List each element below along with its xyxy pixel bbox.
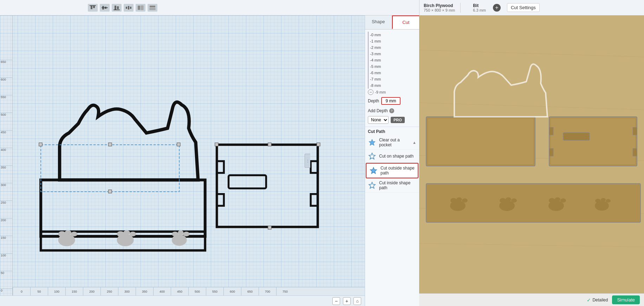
cat-shape <box>41 102 205 250</box>
checkmark-icon: ✓ <box>587 297 591 303</box>
svg-point-57 <box>500 198 506 203</box>
svg-point-66 <box>601 198 606 202</box>
cut-settings-button[interactable]: Cut Settings <box>507 3 540 12</box>
handle-tl[interactable] <box>39 143 42 146</box>
material-name: Birch Plywood <box>424 3 453 8</box>
handle-tr[interactable] <box>177 143 180 146</box>
simulate-button[interactable]: Simulate <box>612 295 640 304</box>
material-size: 750 × 800 × 9 mm <box>424 8 455 12</box>
tab-bar: Shape Cut <box>365 15 419 30</box>
svg-point-21 <box>71 232 78 236</box>
material-info: Birch Plywood 750 × 800 × 9 mm <box>424 3 455 12</box>
clear-pocket-icon <box>368 138 376 147</box>
depth-tick-0mm: -0 mm <box>368 32 416 38</box>
canvas-area[interactable]: 0 50 100 150 200 250 300 350 400 450 500… <box>0 15 365 306</box>
bottom-controls: − + ⌂ <box>0 295 365 306</box>
cut-path-title: Cut Path <box>365 127 419 135</box>
align-top-icon[interactable] <box>88 4 98 12</box>
align-right-icon[interactable] <box>112 4 122 12</box>
right-panel: Shape Cut -0 mm -1 mm -2 mm -3 mm -4 mm … <box>365 15 419 306</box>
depth-tick-1mm: -1 mm <box>368 38 416 44</box>
svg-rect-69 <box>549 148 553 156</box>
svg-rect-47 <box>428 119 533 164</box>
depth-9mm-row[interactable]: − -9 mm <box>368 89 416 95</box>
handle-bm[interactable] <box>109 190 112 193</box>
detailed-button[interactable]: ✓ Detailed <box>587 297 608 303</box>
depth-input[interactable] <box>381 97 401 105</box>
distribute-icon[interactable] <box>124 4 134 12</box>
handle2-bm[interactable] <box>268 226 271 229</box>
zoom-in-button[interactable]: + <box>343 297 351 305</box>
zoom-home-button[interactable]: ⌂ <box>353 297 361 305</box>
cut-on-icon <box>368 152 376 160</box>
svg-rect-12 <box>138 6 140 10</box>
svg-rect-31 <box>229 175 266 188</box>
cut-option-clear-pocket[interactable]: Clear out a pocket ▲ <box>365 135 419 150</box>
svg-point-23 <box>117 231 124 237</box>
cut-on-label: Cut on shape path <box>379 154 414 159</box>
svg-point-59 <box>511 198 517 203</box>
svg-point-20 <box>65 230 71 235</box>
toolbar-icons <box>88 4 157 12</box>
handle2-tm[interactable] <box>268 143 271 146</box>
svg-rect-7 <box>117 6 119 9</box>
tab-shape[interactable]: Shape <box>365 15 392 29</box>
panel-collapse-button[interactable]: ⋮ <box>305 154 310 168</box>
depth-ruler: -0 mm -1 mm -2 mm -3 mm -4 mm -5 mm -6 m… <box>365 30 419 95</box>
handle2-tl[interactable] <box>215 143 218 146</box>
bit-value: 6.3 mm <box>473 8 486 12</box>
svg-rect-13 <box>141 6 143 10</box>
svg-point-29 <box>183 232 190 236</box>
depth-tick-9mm-label: -9 mm <box>375 90 386 94</box>
align-center-icon[interactable] <box>100 4 110 12</box>
depth-label: Depth <box>368 98 379 103</box>
depth-input-row: Depth <box>365 95 419 107</box>
handle2-tr[interactable] <box>317 143 320 146</box>
cut-option-cut-inside[interactable]: Cut inside shape path <box>365 178 419 193</box>
depth-tick-4mm: -4 mm <box>368 57 416 63</box>
handle-tm[interactable] <box>109 143 112 146</box>
depth-tick-8mm: -8 mm <box>368 82 416 89</box>
svg-marker-37 <box>369 153 375 159</box>
svg-point-53 <box>450 198 457 203</box>
svg-rect-6 <box>115 6 116 10</box>
detailed-label: Detailed <box>592 298 608 302</box>
add-depth-select[interactable]: None <box>368 116 389 124</box>
help-icon[interactable]: ? <box>389 108 394 113</box>
preview-svg <box>419 15 644 306</box>
cut-outside-label: Cut outside shape path <box>380 166 415 176</box>
svg-rect-15 <box>150 8 155 10</box>
preview-bottom: ✓ Detailed Simulate <box>419 293 644 306</box>
svg-rect-10 <box>128 6 129 9</box>
none-pro-row: None PRO <box>365 115 419 127</box>
zoom-out-button[interactable]: − <box>332 297 340 305</box>
split-v-icon[interactable] <box>148 4 157 12</box>
tab-cut[interactable]: Cut <box>392 15 419 29</box>
depth-tick-5mm: -5 mm <box>368 63 416 70</box>
svg-rect-49 <box>551 119 635 164</box>
depth-tick-6mm: -6 mm <box>368 70 416 76</box>
clear-pocket-label: Clear out a pocket <box>379 138 410 147</box>
minus-circle-icon[interactable]: − <box>368 89 373 95</box>
main-area: 0 50 100 150 200 250 300 350 400 450 500… <box>0 15 644 306</box>
svg-rect-68 <box>549 127 553 135</box>
svg-rect-1 <box>93 6 95 8</box>
pro-button[interactable]: PRO <box>391 117 405 123</box>
add-material-button[interactable]: + <box>493 4 501 12</box>
cut-option-cut-outside[interactable]: Cut outside shape path <box>366 163 418 178</box>
svg-rect-11 <box>130 7 131 9</box>
svg-rect-16 <box>41 180 205 236</box>
add-depth-label: Add Depth <box>368 108 388 113</box>
depth-tick-3mm: -3 mm <box>368 51 416 57</box>
svg-rect-71 <box>633 148 637 156</box>
x-ruler: 0 50 100 150 200 250 300 350 400 450 500… <box>13 287 365 295</box>
svg-point-58 <box>506 197 511 202</box>
add-depth-row: Add Depth ? <box>365 107 419 115</box>
preview-3d: ✓ Detailed Simulate <box>419 15 644 306</box>
cut-option-cut-on[interactable]: Cut on shape path <box>365 150 419 163</box>
svg-point-54 <box>456 197 462 202</box>
svg-marker-39 <box>369 182 375 189</box>
split-h-icon[interactable] <box>136 4 145 12</box>
svg-point-27 <box>172 232 178 236</box>
design-svg <box>13 15 365 306</box>
